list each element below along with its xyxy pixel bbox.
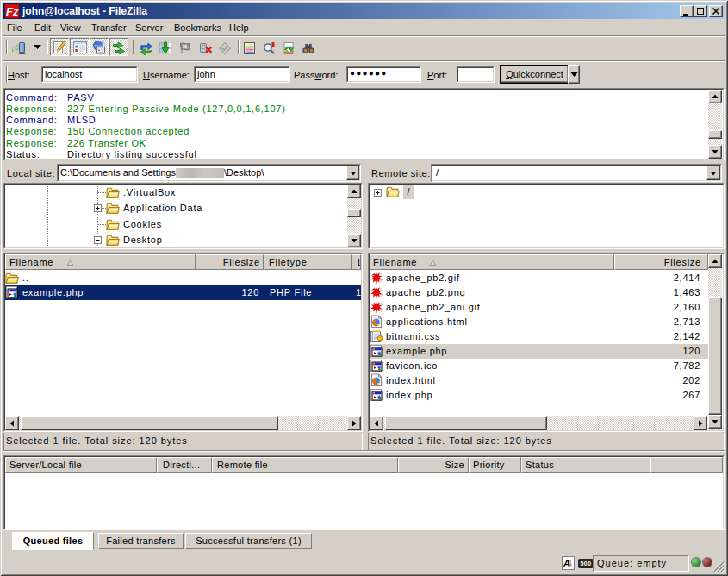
svg-text:A: A (563, 558, 570, 568)
svg-text:Fz: Fz (6, 5, 19, 18)
